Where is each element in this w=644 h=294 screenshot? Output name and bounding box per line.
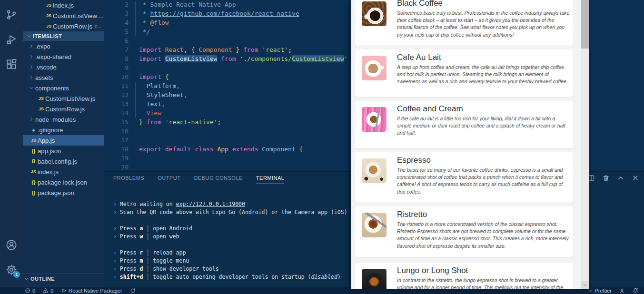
code-token: } — [232, 46, 240, 53]
panel-tab-problems[interactable]: PROBLEMS — [113, 172, 144, 184]
coffee-list-item[interactable]: EspressoThe basis for so many of our fav… — [355, 152, 573, 203]
code-token: export default class — [139, 146, 217, 153]
tree-item-label: components — [35, 85, 69, 92]
code-token: Text — [139, 100, 161, 108]
source-control-icon[interactable] — [4, 8, 19, 22]
code-content: * Sample React Native App * https://gith… — [139, 0, 347, 171]
tree-folder-node-modules[interactable]: node_modules — [23, 114, 104, 125]
code-token: * — [139, 19, 150, 26]
preview-scrollbar[interactable] — [581, 0, 589, 289]
warning-icon — [43, 288, 49, 294]
error-icon — [25, 288, 30, 294]
code-line — [139, 63, 347, 72]
coffee-title: Lungo or Long Shot — [397, 266, 468, 275]
code-token: from — [217, 55, 239, 62]
coffee-description: The ristretto is a more concentrated ver… — [397, 221, 570, 250]
settings-gear-icon[interactable]: 1 — [4, 263, 19, 277]
code-token: import — [139, 55, 165, 62]
sidebar-section-itemslist[interactable]: ITEMSLIST — [23, 31, 104, 41]
open-file-row[interactable]: JSCustomRow.jsc... — [23, 21, 104, 31]
terminal-text: › — [113, 201, 120, 207]
status-play[interactable]: React Native Packager — [61, 288, 122, 294]
chevron-up-icon[interactable] — [617, 174, 624, 182]
panel-tab-debug-console[interactable]: DEBUG CONSOLE — [194, 172, 242, 184]
tree-file-package-lock-json[interactable]: {}package-lock.json — [23, 177, 104, 187]
code-line — [139, 163, 347, 171]
sidebar-section-outline[interactable]: OUTLINE — [23, 273, 104, 284]
terminal-text: toggle menu — [153, 257, 189, 264]
tree-file-customlistview-js[interactable]: JSCustomListView.js — [23, 93, 104, 104]
chevron-right-icon — [28, 43, 35, 49]
tree-file-app-js[interactable]: JSApp.js — [23, 135, 104, 146]
open-file-row[interactable]: JSCustomListView.... — [23, 10, 104, 21]
tree-file-package-json[interactable]: {}package.json — [23, 187, 104, 198]
trash-icon[interactable] — [602, 174, 610, 182]
line-number: 6 — [104, 36, 129, 45]
line-number: 2 — [104, 0, 129, 9]
line-number: 18 — [104, 145, 129, 154]
status-warning[interactable]: 0 — [43, 288, 53, 294]
coffee-title: Ristretto — [397, 210, 427, 219]
terminal-line — [113, 241, 347, 249]
coffee-list-item[interactable]: Coffee and CreamIf the cafe au lait is a… — [355, 101, 573, 148]
coffee-description: If the cafe au lait is a little too rich… — [397, 115, 570, 137]
js-file-icon: JS — [37, 96, 45, 101]
js-file-icon: JS — [37, 107, 45, 111]
code-token: https://github.com/facebook/react-native — [150, 10, 299, 17]
terminal-output[interactable]: › Metro waiting on exp://127.0.0.1:19000… — [113, 200, 347, 281]
status-feedback[interactable] — [619, 288, 625, 294]
tree-folder-assets[interactable]: assets — [23, 72, 104, 83]
tree-folder--expo[interactable]: .expo — [23, 41, 104, 51]
code-token: { — [165, 73, 169, 80]
terminal-text: › — [113, 249, 120, 256]
status-label: Prettier — [595, 288, 612, 294]
line-number: 14 — [104, 108, 129, 118]
panel-tab-output[interactable]: OUTPUT — [158, 172, 180, 184]
tree-folder--vscode[interactable]: .vscode — [23, 62, 104, 72]
open-file-row[interactable]: JSindex.js — [23, 0, 104, 10]
tree-file-app-json[interactable]: {}app.json — [23, 146, 104, 156]
extensions-icon[interactable] — [4, 57, 19, 71]
tree-folder-components[interactable]: components — [23, 83, 104, 93]
coffee-description: Sometimes basic truly is best. Professio… — [397, 10, 570, 39]
tree-item-label: assets — [35, 74, 53, 81]
tree-item-label: CustomListView.js — [45, 95, 95, 102]
terminal-text: show developer tools — [153, 265, 218, 272]
tree-file--gitignore[interactable]: ◆.gitignore — [23, 125, 104, 135]
close-icon[interactable] — [632, 174, 639, 182]
status-bell[interactable] — [633, 288, 638, 294]
coffee-list-item[interactable]: Black CoffeeSometimes basic truly is bes… — [355, 0, 573, 46]
coffee-list-item[interactable]: Lungo or Long ShotIn contrast to the ris… — [355, 263, 573, 289]
panel-tab-terminal[interactable]: TERMINAL — [256, 172, 285, 184]
scrollbar-thumb[interactable] — [581, 0, 589, 49]
tree-item-label: .vscode — [35, 64, 57, 71]
terminal-text: reload app — [153, 249, 186, 256]
status-error[interactable]: 0 — [25, 288, 35, 294]
status-label: 0 — [32, 288, 35, 294]
tree-file-index-js[interactable]: JSindex.js — [23, 167, 104, 177]
terminal-line: › Press m │ toggle menu — [113, 257, 347, 265]
file-label: CustomListView.... — [53, 12, 104, 20]
line-number: 12 — [104, 90, 129, 99]
tree-file-customrow-js[interactable]: JSCustomRow.js — [23, 104, 104, 114]
explorer-sidebar: JSindex.jsJSCustomListView....JSCustomRo… — [23, 0, 104, 287]
run-debug-icon[interactable] — [4, 32, 19, 47]
code-token: App — [217, 146, 228, 153]
line-number: 11 — [104, 81, 129, 90]
tree-file-babel-config-js[interactable]: Bbabel.config.js — [23, 156, 104, 167]
tree-folder--expo-shared[interactable]: .expo-shared — [23, 51, 104, 62]
status-sync[interactable] — [130, 288, 136, 294]
chevron-right-icon — [28, 64, 35, 70]
terminal-line: › shift+d │ toggle auto opening develope… — [113, 273, 347, 281]
coffee-list-item[interactable]: RistrettoThe ristretto is a more concent… — [355, 206, 573, 257]
tree-item-label: App.js — [38, 137, 55, 144]
tree-item-label: package.json — [38, 189, 74, 196]
coffee-title: Cafe Au Lait — [397, 53, 441, 62]
line-number: 13 — [104, 99, 129, 108]
status-check[interactable]: Prettier — [587, 288, 612, 294]
account-icon[interactable] — [4, 238, 19, 252]
coffee-list-item[interactable]: Cafe Au LaitA step up from coffee and cr… — [355, 49, 573, 97]
scrollbar-down-button[interactable] — [581, 281, 589, 289]
terminal-text: Press — [120, 225, 140, 232]
code-line: StyleSheet, — [139, 90, 347, 99]
